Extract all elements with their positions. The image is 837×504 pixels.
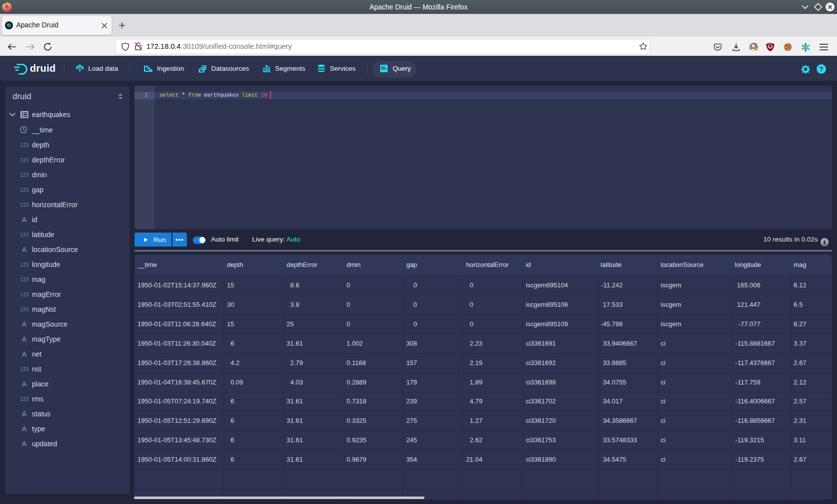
svg-text:?: ? <box>820 65 824 73</box>
